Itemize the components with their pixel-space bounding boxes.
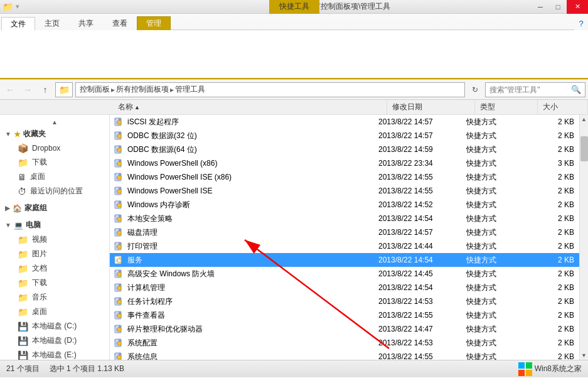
sidebar-item-desktop2[interactable]: 📁 桌面 [0,305,109,319]
ribbon-content [0,30,588,79]
table-row[interactable]: ODBC 数据源(32 位) 2013/8/22 14:57 快捷方式 2 KB [110,129,579,143]
table-row[interactable]: 磁盘清理 2013/8/22 14:57 快捷方式 2 KB [110,225,579,239]
sidebar-item-videos[interactable]: 📁 视频 [0,232,109,247]
help-button[interactable]: ? [574,16,588,30]
tab-manage[interactable]: 管理 [137,16,171,30]
col-header-type[interactable]: 类型 [475,100,538,114]
scroll-down-arrow[interactable]: ▼ [580,351,588,360]
documents-label: 文档 [32,263,47,274]
table-row[interactable]: Windows PowerShell ISE (x86) 2013/8/22 1… [110,170,579,184]
sidebar-item-pictures[interactable]: 📁 图片 [0,247,109,261]
up-button[interactable]: ↑ [38,82,53,97]
sidebar-item-downloads2[interactable]: 📁 下载 [0,276,109,290]
back-button[interactable]: ← [3,82,18,97]
table-row[interactable]: Windows PowerShell ISE 2013/8/22 14:55 快… [110,184,579,198]
downloads-label: 下载 [32,157,47,168]
file-name: Windows PowerShell ISE (x86) [127,173,378,181]
favorites-label: 收藏夹 [23,129,46,139]
file-date: 2013/8/22 14:55 [378,186,466,195]
col-header-name[interactable]: 名称 ▲ [113,100,387,114]
tab-home[interactable]: 主页 [35,16,69,30]
svg-rect-16 [119,159,121,162]
file-name: 系统信息 [127,352,378,360]
file-list-scrollbar[interactable]: ▲ ▼ [579,115,588,360]
sidebar-section-homegroup-header[interactable]: ▶ 🏠 家庭组 [0,201,109,215]
title-bar-left: 📁 ▾ [0,2,19,12]
table-row[interactable]: 本地安全策略 2013/8/22 14:54 快捷方式 2 KB [110,212,579,225]
sidebar-section-computer-header[interactable]: ▼ 💻 电脑 [0,218,109,232]
col-header-size[interactable]: 大小 [538,100,588,114]
file-date: 2013/8/22 23:34 [378,159,466,168]
refresh-button[interactable]: ↻ [468,82,483,97]
file-type: 快捷方式 [466,269,529,279]
svg-rect-66 [119,298,121,300]
recent-icon: ⏱ [18,186,26,197]
file-name: ODBC 数据源(64 位) [127,144,378,155]
maximize-button[interactable]: □ [549,0,567,14]
ribbon-label-text: 快捷工具 [279,1,309,12]
forward-button[interactable]: → [20,82,35,97]
computer-icon: 💻 [14,221,23,230]
table-row[interactable]: 打印管理 2013/8/22 14:44 快捷方式 2 KB [110,239,579,253]
svg-rect-4 [117,121,121,124]
sidebar-scroll-up[interactable]: ▲ [0,117,109,127]
sidebar-item-documents[interactable]: 📁 文档 [0,261,109,276]
table-row[interactable]: Windows PowerShell (x86) 2013/8/22 23:34… [110,156,579,170]
table-row[interactable]: 计算机管理 2013/8/22 14:54 快捷方式 2 KB [110,281,579,294]
file-icon [112,129,125,142]
sidebar-section-favorites: ▼ ★ 收藏夹 📦 Dropbox 📁 下载 🖥 桌面 ⏱ [0,127,109,198]
table-row[interactable]: ODBC 数据源(64 位) 2013/8/22 14:59 快捷方式 2 KB [110,143,579,156]
sidebar-item-recent[interactable]: ⏱ 最近访问的位置 [0,184,109,198]
file-size: 3 KB [529,159,579,168]
tab-view[interactable]: 查看 [103,16,137,30]
search-box[interactable]: 🔍 [485,82,585,97]
scroll-thumb[interactable] [580,136,588,161]
svg-rect-74 [117,314,121,318]
sidebar-section-favorites-header[interactable]: ▼ ★ 收藏夹 [0,127,109,141]
address-path[interactable]: 控制面板 ▸ 所有控制面板项 ▸ 管理工具 [75,82,465,97]
sidebar-item-desktop[interactable]: 🖥 桌面 [0,170,109,184]
file-type: 快捷方式 [466,338,529,348]
sidebar-item-drive-d[interactable]: 💾 本地磁盘 (D:) [0,333,109,348]
table-row[interactable]: 系统配置 2013/8/22 14:53 快捷方式 2 KB [110,336,579,350]
minimize-button[interactable]: ─ [532,0,549,14]
sidebar-item-dropbox[interactable]: 📦 Dropbox [0,141,109,155]
file-size: 2 KB [529,283,579,292]
logo-text: Win8系统之家 [535,364,582,374]
table-row[interactable]: iSCSI 发起程序 2013/8/22 14:57 快捷方式 2 KB [110,115,579,129]
sidebar-item-drive-e[interactable]: 💾 本地磁盘 (E:) [0,348,109,360]
status-right: Win8系统之家 [518,362,582,376]
sidebar-item-drive-c[interactable]: 💾 本地磁盘 (C:) [0,319,109,333]
table-row[interactable]: 事件查看器 2013/8/22 14:55 快捷方式 2 KB [110,308,579,322]
file-size: 2 KB [529,311,579,320]
table-row[interactable]: 碎片整理和优化驱动器 2013/8/22 14:47 快捷方式 2 KB [110,322,579,336]
svg-rect-6 [119,132,121,134]
table-row[interactable]: 高级安全 Windows 防火墙 2013/8/22 14:45 快捷方式 2 … [110,267,579,281]
col-header-date[interactable]: 修改日期 [387,100,475,114]
table-row[interactable]: 服务 2013/8/22 14:54 快捷方式 2 KB [110,253,579,267]
close-button[interactable]: ✕ [567,0,588,14]
sidebar-item-downloads[interactable]: 📁 下载 [0,155,109,170]
file-list[interactable]: iSCSI 发起程序 2013/8/22 14:57 快捷方式 2 KB ODB… [110,115,579,360]
file-date: 2013/8/22 14:45 [378,269,466,278]
file-icon [112,240,125,252]
file-type: 快捷方式 [466,158,529,169]
scroll-up-arrow[interactable]: ▲ [580,115,588,124]
file-size: 2 KB [529,352,579,360]
downloads2-label: 下载 [32,278,47,288]
table-row[interactable]: 系统信息 2013/8/22 14:55 快捷方式 2 KB [110,350,579,360]
svg-rect-26 [119,187,121,190]
file-icon [112,157,125,170]
file-date: 2013/8/22 14:55 [378,311,466,320]
file-icon [112,116,125,128]
table-row[interactable]: Windows 内存诊断 2013/8/22 14:52 快捷方式 2 KB [110,198,579,212]
search-input[interactable] [489,85,571,94]
table-row[interactable]: 任务计划程序 2013/8/22 14:53 快捷方式 2 KB [110,294,579,308]
tab-file[interactable]: 文件 [1,17,35,31]
sidebar-item-music[interactable]: 📁 音乐 [0,290,109,305]
tab-share[interactable]: 共享 [69,16,103,30]
file-date: 2013/8/22 14:55 [378,352,466,360]
win8-logo: Win8系统之家 [518,362,582,376]
desktop-icon: 🖥 [18,172,26,182]
file-type: 快捷方式 [466,144,529,155]
